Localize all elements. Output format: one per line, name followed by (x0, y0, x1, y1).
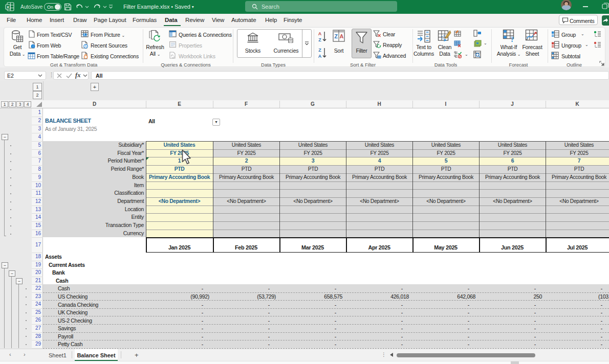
svg-text:Z: Z (318, 37, 321, 42)
svg-text:x: x (7, 5, 9, 9)
svg-text:i: i (33, 44, 33, 48)
svg-text:A: A (318, 54, 322, 59)
svg-text:Z: Z (318, 48, 321, 53)
svg-text:?: ? (511, 36, 514, 43)
svg-text:A: A (318, 31, 322, 36)
svg-text:Z: Z (334, 33, 338, 39)
svg-text:A: A (340, 33, 344, 39)
